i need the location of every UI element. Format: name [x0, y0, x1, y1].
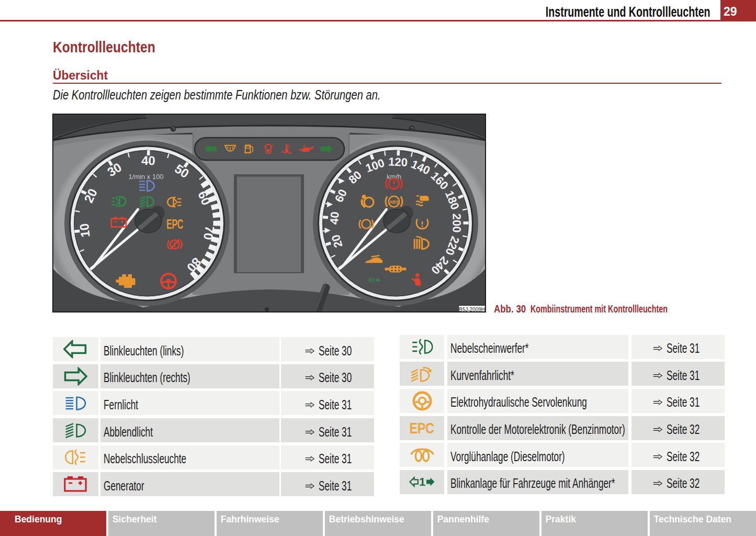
svg-text:70: 70	[201, 225, 217, 241]
svg-text:B5J-2009H: B5J-2009H	[459, 307, 485, 312]
svg-text:EPC: EPC	[166, 217, 183, 231]
svg-text:40: 40	[328, 211, 342, 225]
svg-text:1: 1	[373, 277, 375, 283]
svg-text:10: 10	[77, 222, 93, 238]
svg-text:ABS: ABS	[389, 199, 399, 205]
svg-text:40: 40	[141, 153, 155, 168]
svg-text:120: 120	[388, 155, 408, 169]
svg-text:200: 200	[450, 214, 463, 233]
svg-text:1/min x 100: 1/min x 100	[128, 173, 163, 181]
